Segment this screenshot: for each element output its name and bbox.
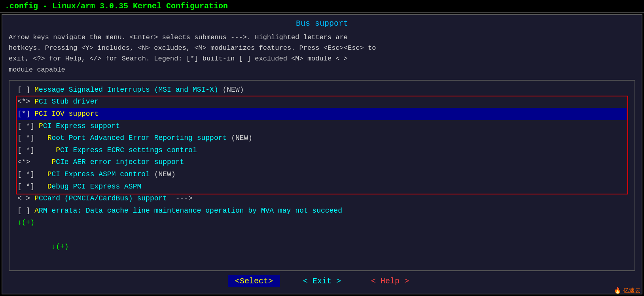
config-item-aspm[interactable]: [ *] PCI Express ASPM control (NEW) (17, 168, 627, 181)
help-button[interactable]: < Help > (364, 275, 416, 287)
help-text: Arrow keys navigate the menu. <Enter> se… (9, 32, 635, 75)
config-item-msi[interactable]: [ ] Message Signaled Interrupts (MSI and… (17, 84, 627, 96)
config-list: [ ] Message Signaled Interrupts (MSI and… (17, 84, 627, 229)
section-title: Bus support (9, 19, 635, 28)
config-item-root-port[interactable]: [ *] Root Port Advanced Error Reporting … (17, 132, 627, 144)
config-item-pci-stub[interactable]: <*> PCI Stub driver (17, 96, 627, 108)
config-item-pci-iov[interactable]: [*] PCI IOV support (17, 108, 627, 120)
select-button[interactable]: <Select> (228, 275, 280, 287)
bottom-nav: <Select> < Exit > < Help > (9, 271, 635, 290)
title-bar: .config - Linux/arm 3.0.35 Kernel Config… (0, 0, 644, 13)
app: .config - Linux/arm 3.0.35 Kernel Config… (0, 0, 644, 296)
title-text: .config - Linux/arm 3.0.35 Kernel Config… (5, 2, 228, 11)
help-line3: exit, <?> for Help, </> for Search. Lege… (9, 53, 635, 64)
help-line1: Arrow keys navigate the menu. <Enter> se… (9, 32, 635, 43)
config-item-ecrc[interactable]: [ *] PCI Express ECRC settings control (17, 144, 627, 156)
main-content: Bus support Arrow keys navigate the menu… (2, 14, 642, 294)
config-item-aer[interactable]: <*> PCIe AER error injector support (17, 156, 627, 168)
scroll-indicator: ↓(+) (17, 229, 627, 265)
config-item-arm-errata[interactable]: [ ] ARM errata: Data cache line maintena… (17, 205, 627, 217)
watermark-icon: 🔥 (614, 287, 621, 294)
help-line2: hotkeys. Pressing <Y> includes, <N> excl… (9, 43, 635, 53)
watermark: 🔥 亿速云 (614, 287, 641, 294)
config-item-debug-aspm[interactable]: [ *] Debug PCI Express ASPM (17, 181, 627, 193)
config-item-pci-express[interactable]: [ *] PCI Express support (17, 120, 627, 132)
config-area: [ ] Message Signaled Interrupts (MSI and… (9, 80, 635, 271)
config-item-pccard[interactable]: < > PCCard (PCMCIA/CardBus) support ---> (17, 192, 627, 205)
exit-button[interactable]: < Exit > (296, 275, 348, 287)
help-line4: module capable (9, 64, 635, 75)
watermark-text: 亿速云 (623, 287, 641, 294)
scroll-indicator: ↓(+) (17, 217, 627, 229)
